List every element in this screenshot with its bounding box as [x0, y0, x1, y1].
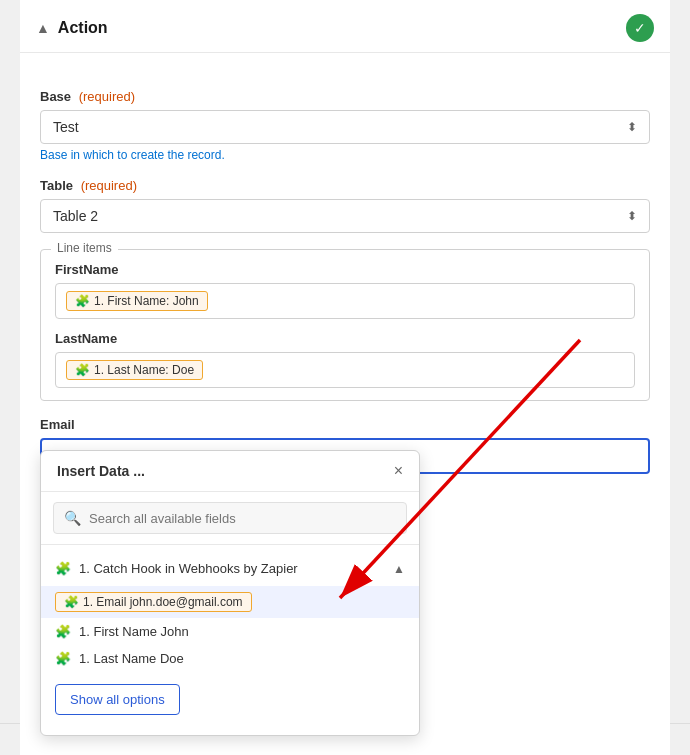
table-label: Table (required)	[40, 178, 650, 193]
item-token-email: 🧩 1. Email john.doe@gmail.com	[55, 592, 252, 612]
search-wrap: 🔍	[53, 502, 407, 534]
chevron-up-icon[interactable]: ▲	[393, 562, 405, 576]
dropdown-group-title: 🧩 1. Catch Hook in Webhooks by Zapier	[55, 561, 298, 576]
firstname-field: FirstName 🧩 1. First Name: John	[55, 262, 635, 319]
search-box: 🔍	[41, 492, 419, 545]
status-check-icon: ✓	[626, 14, 654, 42]
show-all-button[interactable]: Show all options	[55, 684, 180, 715]
table-field-group: Table (required) Table 2 ⬍	[40, 178, 650, 233]
line-items-section: Line items FirstName 🧩 1. First Name: Jo…	[40, 249, 650, 401]
line-items-legend: Line items	[51, 241, 118, 255]
list-item[interactable]: 🧩 1. Last Name Doe	[41, 645, 419, 672]
group-icon: 🧩	[55, 561, 71, 576]
base-field-group: Base (required) Test ⬍ Base in which to …	[40, 89, 650, 162]
token-person-icon: 🧩	[75, 294, 90, 308]
item-label-2: 1. First Name John	[79, 624, 189, 639]
base-hint: Base in which to create the record.	[40, 148, 650, 162]
base-required: (required)	[79, 89, 135, 104]
base-select[interactable]: Test ⬍	[40, 110, 650, 144]
insert-data-title: Insert Data ...	[57, 463, 145, 479]
item-icon-2: 🧩	[55, 624, 71, 639]
select-arrows-2-icon: ⬍	[627, 209, 637, 223]
firstname-label: FirstName	[55, 262, 635, 277]
item-label-3: 1. Last Name Doe	[79, 651, 184, 666]
lastname-token-text: 1. Last Name: Doe	[94, 363, 194, 377]
list-item[interactable]: 🧩 1. Email john.doe@gmail.com	[41, 586, 419, 618]
dropdown-section: 🧩 1. Catch Hook in Webhooks by Zapier ▲ …	[41, 545, 419, 735]
collapse-icon[interactable]: ▲	[36, 20, 50, 36]
base-value: Test	[53, 119, 79, 135]
dropdown-items: 🧩 1. Email john.doe@gmail.com 🧩 1. First…	[41, 584, 419, 676]
select-arrows-icon: ⬍	[627, 120, 637, 134]
firstname-token-field[interactable]: 🧩 1. First Name: John	[55, 283, 635, 319]
table-required: (required)	[81, 178, 137, 193]
group-title-text: 1. Catch Hook in Webhooks by Zapier	[79, 561, 298, 576]
section-title: Action	[58, 19, 108, 37]
item-label-1: 1. Email john.doe@gmail.com	[83, 595, 243, 609]
list-item[interactable]: 🧩 1. First Name John	[41, 618, 419, 645]
search-icon: 🔍	[64, 510, 81, 526]
table-value: Table 2	[53, 208, 98, 224]
item-token-icon-1: 🧩	[64, 595, 79, 609]
lastname-token: 🧩 1. Last Name: Doe	[66, 360, 203, 380]
section-title-row: ▲ Action	[36, 19, 108, 37]
insert-data-header: Insert Data ... ×	[41, 451, 419, 492]
lastname-token-field[interactable]: 🧩 1. Last Name: Doe	[55, 352, 635, 388]
lastname-field: LastName 🧩 1. Last Name: Doe	[55, 331, 635, 388]
close-button[interactable]: ×	[394, 463, 403, 479]
base-label: Base (required)	[40, 89, 650, 104]
insert-data-panel: Insert Data ... × 🔍 🧩 1. Catch Hook in W…	[40, 450, 420, 736]
token-person-2-icon: 🧩	[75, 363, 90, 377]
dropdown-group-header[interactable]: 🧩 1. Catch Hook in Webhooks by Zapier ▲	[41, 553, 419, 584]
item-icon-3: 🧩	[55, 651, 71, 666]
firstname-token: 🧩 1. First Name: John	[66, 291, 208, 311]
table-select[interactable]: Table 2 ⬍	[40, 199, 650, 233]
firstname-token-text: 1. First Name: John	[94, 294, 199, 308]
lastname-label: LastName	[55, 331, 635, 346]
search-input[interactable]	[89, 511, 396, 526]
email-label: Email	[40, 417, 650, 432]
